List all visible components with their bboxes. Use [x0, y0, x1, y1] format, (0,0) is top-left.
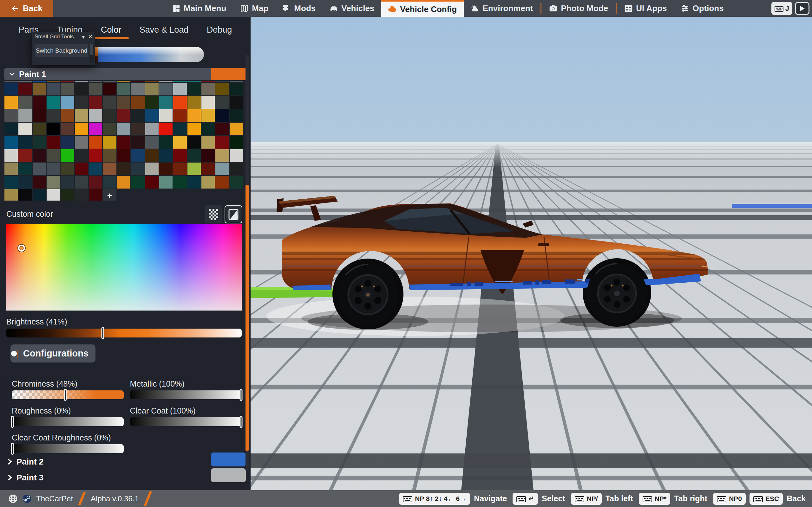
- palette-swatch[interactable]: [33, 109, 46, 122]
- palette-swatch[interactable]: [89, 83, 102, 95]
- palette-swatch[interactable]: [75, 83, 88, 95]
- palette-swatch[interactable]: [61, 176, 74, 188]
- palette-swatch[interactable]: [33, 81, 46, 82]
- palette-swatch[interactable]: [173, 81, 187, 82]
- palette-swatch[interactable]: [145, 81, 159, 82]
- globe-icon[interactable]: [8, 494, 18, 504]
- slider-handle[interactable]: [240, 389, 242, 401]
- palette-swatch[interactable]: [159, 136, 172, 149]
- menu-item-environment[interactable]: Environment: [464, 0, 540, 17]
- palette-swatch[interactable]: [18, 123, 32, 135]
- paint3-header[interactable]: Paint 3: [4, 472, 247, 483]
- palette-swatch[interactable]: [33, 176, 46, 188]
- palette-swatch[interactable]: [89, 189, 102, 201]
- palette-swatch[interactable]: [47, 149, 60, 162]
- palette-swatch[interactable]: [145, 109, 159, 122]
- back-button[interactable]: Back: [0, 0, 53, 17]
- palette-swatch[interactable]: [47, 96, 60, 109]
- palette-swatch[interactable]: [173, 176, 187, 188]
- palette-swatch[interactable]: [33, 163, 46, 175]
- palette-swatch[interactable]: [201, 96, 215, 109]
- palette-swatch[interactable]: [61, 136, 74, 149]
- slider-handle[interactable]: [11, 443, 14, 455]
- palette-swatch[interactable]: [159, 123, 172, 135]
- palette-swatch[interactable]: [18, 189, 32, 201]
- palette-swatch[interactable]: [230, 176, 243, 188]
- hue-saturation-field[interactable]: [6, 224, 242, 311]
- palette-swatch[interactable]: [33, 149, 46, 162]
- palette-swatch[interactable]: [145, 149, 159, 162]
- palette-swatch[interactable]: [230, 109, 243, 122]
- add-color-button[interactable]: +: [103, 189, 116, 201]
- palette-swatch[interactable]: [215, 136, 229, 149]
- paint2-swatch[interactable]: [211, 452, 246, 466]
- brightness-handle[interactable]: [101, 327, 104, 339]
- palette-swatch[interactable]: [89, 176, 102, 188]
- palette-swatch[interactable]: [215, 149, 229, 162]
- palette-swatch[interactable]: [61, 109, 74, 122]
- palette-swatch[interactable]: [75, 163, 88, 175]
- switch-background-button[interactable]: Switch Background: [35, 44, 88, 57]
- palette-swatch[interactable]: [117, 83, 131, 95]
- palette-swatch[interactable]: [230, 96, 243, 109]
- palette-swatch[interactable]: [89, 163, 102, 175]
- contrast-preview-button[interactable]: [224, 205, 242, 223]
- slider-track[interactable]: [12, 390, 124, 399]
- palette-swatch[interactable]: [4, 149, 18, 162]
- palette-swatch[interactable]: [215, 109, 229, 122]
- palette-swatch[interactable]: [230, 163, 243, 175]
- collapse-icon[interactable]: ▼: [81, 34, 86, 40]
- palette-swatch[interactable]: [61, 123, 74, 135]
- slider-handle[interactable]: [11, 416, 14, 428]
- palette-swatch[interactable]: [4, 136, 18, 149]
- palette-swatch[interactable]: [201, 123, 215, 135]
- slider-track[interactable]: [130, 417, 242, 426]
- palette-swatch[interactable]: [131, 81, 144, 82]
- palette-swatch[interactable]: [33, 83, 46, 95]
- palette-swatch[interactable]: [173, 123, 187, 135]
- palette-swatch[interactable]: [188, 163, 201, 175]
- palette-swatch[interactable]: [4, 83, 18, 95]
- palette-swatch[interactable]: [61, 81, 74, 82]
- palette-swatch[interactable]: [117, 109, 131, 122]
- vehicle-car[interactable]: [273, 189, 711, 329]
- close-icon[interactable]: ×: [88, 33, 92, 41]
- palette-swatch[interactable]: [131, 176, 144, 188]
- palette-swatch[interactable]: [117, 123, 131, 135]
- palette-swatch[interactable]: [159, 149, 172, 162]
- palette-swatch[interactable]: [173, 149, 187, 162]
- palette-swatch[interactable]: [89, 81, 102, 82]
- palette-swatch[interactable]: [230, 83, 243, 95]
- tab-save-load[interactable]: Save & Load: [138, 22, 190, 38]
- palette-swatch[interactable]: [131, 136, 144, 149]
- palette-swatch[interactable]: [173, 83, 187, 95]
- palette-swatch[interactable]: [4, 123, 18, 135]
- palette-swatch[interactable]: [131, 109, 144, 122]
- configurations-button[interactable]: Configurations: [10, 344, 96, 362]
- palette-swatch[interactable]: [61, 83, 74, 95]
- palette-swatch[interactable]: [89, 149, 102, 162]
- palette-swatch[interactable]: [47, 81, 60, 82]
- menu-item-options[interactable]: Options: [674, 0, 730, 17]
- palette-swatch[interactable]: [145, 163, 159, 175]
- slider-track[interactable]: [12, 417, 124, 426]
- palette-swatch[interactable]: [47, 189, 60, 201]
- palette-swatch[interactable]: [33, 96, 46, 109]
- paint3-swatch[interactable]: [211, 468, 246, 482]
- palette-swatch[interactable]: [103, 136, 116, 149]
- palette-swatch[interactable]: [18, 96, 32, 109]
- palette-swatch[interactable]: [103, 81, 116, 82]
- palette-swatch[interactable]: [103, 109, 116, 122]
- tool-window-scrollbar[interactable]: [90, 43, 94, 63]
- palette-swatch[interactable]: [4, 189, 18, 201]
- palette-swatch[interactable]: [131, 96, 144, 109]
- palette-swatch[interactable]: [4, 176, 18, 188]
- palette-swatch[interactable]: [159, 109, 172, 122]
- palette-swatch[interactable]: [61, 163, 74, 175]
- palette-swatch[interactable]: [173, 96, 187, 109]
- menu-item-main-menu[interactable]: Main Menu: [165, 0, 233, 17]
- palette-swatch[interactable]: [4, 109, 18, 122]
- palette-swatch[interactable]: [47, 83, 60, 95]
- color-picker-marker[interactable]: [18, 245, 25, 251]
- palette-swatch[interactable]: [145, 83, 159, 95]
